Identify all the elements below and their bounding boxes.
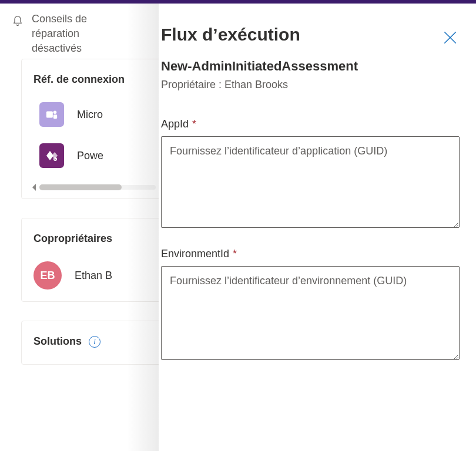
label-text: EnvironmentId bbox=[161, 248, 229, 260]
bell-icon bbox=[12, 15, 24, 27]
label-text: AppId bbox=[161, 118, 189, 130]
appid-input[interactable] bbox=[161, 136, 460, 228]
connection-label: Micro bbox=[77, 109, 103, 121]
info-icon[interactable]: i bbox=[89, 336, 100, 348]
field-appid: AppId* bbox=[161, 118, 460, 230]
svg-rect-0 bbox=[46, 112, 53, 118]
svg-rect-2 bbox=[53, 115, 57, 119]
close-button[interactable] bbox=[442, 29, 458, 46]
connection-item-power[interactable]: Powe bbox=[39, 143, 153, 168]
connection-item-teams[interactable]: Micro bbox=[39, 102, 153, 127]
power-icon bbox=[39, 143, 64, 168]
coowner-item[interactable]: EB Ethan B bbox=[33, 261, 153, 290]
field-envid-label: EnvironmentId* bbox=[161, 248, 460, 260]
coowners-title: Copropriétaires bbox=[33, 233, 153, 245]
flow-name: New-AdminInitiatedAssessment bbox=[161, 59, 460, 74]
field-appid-label: AppId* bbox=[161, 118, 460, 130]
field-envid: EnvironmentId* bbox=[161, 248, 460, 362]
connections-list: Micro Powe bbox=[33, 102, 153, 168]
coowners-card: Copropriétaires EB Ethan B bbox=[21, 218, 166, 302]
panel-title: Flux d’exécution bbox=[161, 25, 460, 45]
coowner-name: Ethan B bbox=[75, 270, 112, 282]
connections-title: Réf. de connexion bbox=[33, 73, 153, 86]
chevron-left-icon[interactable] bbox=[31, 183, 37, 191]
connections-card: Réf. de connexion Micro bbox=[21, 59, 166, 199]
solutions-card: Solutions i bbox=[21, 321, 166, 365]
connection-label: Powe bbox=[77, 150, 103, 162]
horizontal-scrollbar[interactable] bbox=[31, 184, 156, 190]
required-asterisk: * bbox=[233, 248, 237, 260]
envid-input[interactable] bbox=[161, 266, 460, 360]
notification-text: Conseils de réparation désactivés bbox=[32, 12, 132, 56]
scrollbar-thumb[interactable] bbox=[39, 184, 122, 190]
avatar: EB bbox=[33, 261, 62, 290]
run-flow-panel: Flux d’exécution New-AdminInitiatedAsses… bbox=[159, 4, 476, 451]
owner-line: Propriétaire : Ethan Brooks bbox=[161, 79, 460, 91]
required-asterisk: * bbox=[192, 118, 196, 130]
svg-point-1 bbox=[53, 111, 57, 115]
solutions-title: Solutions bbox=[33, 335, 82, 348]
details-column: Réf. de connexion Micro bbox=[0, 59, 166, 365]
teams-icon bbox=[39, 102, 64, 127]
